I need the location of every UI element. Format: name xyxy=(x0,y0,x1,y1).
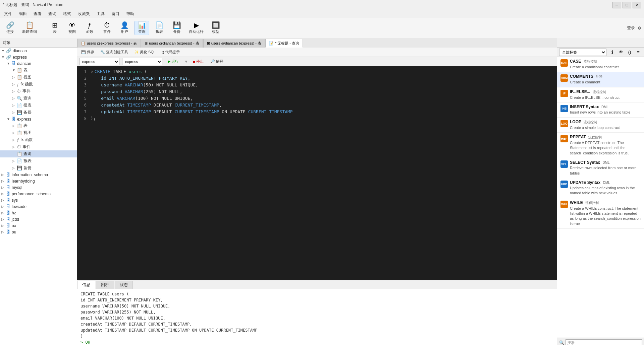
search-input[interactable] xyxy=(566,339,642,345)
menu-item-格式[interactable]: 格式 xyxy=(60,10,74,17)
tree-arrow: ▷ xyxy=(1,198,6,202)
run-button[interactable]: ▶ 运行 xyxy=(165,58,181,65)
snippet-item-WHILE[interactable]: WHI WHILE 流程控制 Create a WHILE construct.… xyxy=(557,198,644,229)
editor-area[interactable]: 1▽CREATE TABLE users (2 id INT AUTO_INCR… xyxy=(77,66,557,280)
snippet-item-LOOP[interactable]: LOO LOOP 流程控制 Create a simple loop const… xyxy=(557,118,644,133)
code-line: 7 updatedAt TIMESTAMP DEFAULT CURRENT_TI… xyxy=(77,109,557,115)
sidebar-item-fx 函数[interactable]: ▷ƒfx 函数 xyxy=(0,81,77,88)
sidebar-item-express[interactable]: ▼🔗express xyxy=(0,54,77,60)
sidebar-item-事件[interactable]: ▷⏱事件 xyxy=(0,143,77,150)
snippet-item-INSERT Syntax[interactable]: INS INSERT Syntax DML Insert new rows in… xyxy=(557,102,644,117)
save-button[interactable]: 💾 保存 xyxy=(79,49,96,55)
toolbar-icon-新建查询: 📋 xyxy=(25,22,34,28)
snippet-desc: Create a simple loop construct xyxy=(570,125,620,130)
info-icon[interactable]: ℹ xyxy=(608,49,616,56)
toolbar-item-备份[interactable]: 💾备份 xyxy=(169,21,184,35)
code-hint-button[interactable]: {} 代码提示 xyxy=(160,49,182,55)
sidebar-item-查询[interactable]: ▷🔍查询 xyxy=(0,95,77,102)
snippet-icon: UPD xyxy=(560,181,568,188)
toolbar-item-查询[interactable]: 📊查询 xyxy=(135,21,149,35)
eye-icon[interactable]: 👁 xyxy=(617,49,625,56)
sidebar-item-视图[interactable]: ▷📋视图 xyxy=(0,129,77,136)
stop-button[interactable]: ■ 停止 xyxy=(191,58,206,65)
maximize-button[interactable]: □ xyxy=(623,2,631,8)
sidebar-item-查询[interactable]: 📋查询 xyxy=(0,150,77,157)
sidebar-item-报表[interactable]: ▷📄报表 xyxy=(0,102,77,109)
beautify-button[interactable]: ✨ 美化 SQL xyxy=(132,49,158,55)
toolbar-item-函数[interactable]: ƒ函数 xyxy=(82,21,97,35)
sidebar-item-express[interactable]: ▼🗄express xyxy=(0,116,77,122)
toolbar-item-模型[interactable]: 🔲模型 xyxy=(208,21,223,35)
sidebar-item-diancan[interactable]: ▼🔗diancan xyxy=(0,48,77,54)
toolbar-item-事件[interactable]: ⏱事件 xyxy=(100,21,114,35)
db-select-2[interactable]: express xyxy=(122,58,162,65)
sidebar-item-表[interactable]: ▼📋表 xyxy=(0,67,77,74)
sidebar-item-备份[interactable]: ▷💾备份 xyxy=(0,164,77,171)
menu-item-收藏夹[interactable]: 收藏夹 xyxy=(75,10,93,17)
result-content: CREATE TABLE users ( id INT AUTO_INCREME… xyxy=(77,289,557,345)
menu-item-文件[interactable]: 文件 xyxy=(1,10,15,17)
sidebar-item-performance_schema[interactable]: ▷🗄performance_schema xyxy=(0,191,77,197)
login-label[interactable]: 登录 xyxy=(627,25,635,31)
toolbar-item-视图[interactable]: 👁视图 xyxy=(65,21,79,35)
sidebar-item-事件[interactable]: ▷⏱事件 xyxy=(0,88,77,95)
sidebar-item-oa[interactable]: ▷🗄oa xyxy=(0,222,77,229)
sidebar-item-information_schema[interactable]: ▷🗄information_schema xyxy=(0,171,77,178)
tab-users@diancan(expres[interactable]: ⊞users @diancan (express) - 表 xyxy=(141,39,203,48)
result-tab-信息[interactable]: 信息 xyxy=(77,281,95,289)
sidebar-item-learnbydoing[interactable]: ▷🗄learnbydoing xyxy=(0,178,77,184)
db-select-1[interactable]: express xyxy=(79,58,119,65)
toolbar-item-自动运行[interactable]: ▶自动运行 xyxy=(187,21,206,35)
object-tab[interactable]: 对象 xyxy=(0,38,77,48)
toolbar-item-连接[interactable]: 🔗连接 xyxy=(3,21,17,35)
list-icon[interactable]: ≡ xyxy=(635,49,642,56)
sidebar-item-mysql[interactable]: ▷🗄mysql xyxy=(0,184,77,191)
sidebar-item-ou[interactable]: ▷🗄ou xyxy=(0,229,77,235)
bracket-icon[interactable]: () xyxy=(626,49,633,56)
tab-*无标题-查询[interactable]: 📝* 无标题 - 查询 xyxy=(265,39,303,48)
toolbar-item-表[interactable]: ⊞表 xyxy=(47,21,62,35)
sidebar-item-sys[interactable]: ▷🗄sys xyxy=(0,197,77,203)
toolbar-item-报表[interactable]: 📄报表 xyxy=(152,21,167,35)
snippet-item-UPDATE Syntax[interactable]: UPD UPDATE Syntax DML Updates columns of… xyxy=(557,178,644,198)
result-tab-状态[interactable]: 状态 xyxy=(115,281,133,289)
minimize-button[interactable]: ─ xyxy=(612,2,621,8)
menu-item-窗口[interactable]: 窗口 xyxy=(109,10,122,17)
toolbar-item-用户[interactable]: 👤用户 xyxy=(117,21,132,35)
fold-icon[interactable]: ▽ xyxy=(91,69,93,74)
snippet-item-SELECT Syntax[interactable]: SEL SELECT Syntax DML Retrieve rows sele… xyxy=(557,158,644,178)
tab-users@diancan(expres[interactable]: ⊞users @diancan (express) - 表 xyxy=(203,39,265,48)
snippet-item-IF...ELSE...[interactable]: IF IF...ELSE... 流程控制 Create a IF...ELSE.… xyxy=(557,87,644,102)
sidebar-item-jcdd[interactable]: ▷🗄jcdd xyxy=(0,216,77,222)
menu-item-查看[interactable]: 查看 xyxy=(31,10,44,17)
explain-button[interactable]: 🔎 解释 xyxy=(208,58,225,65)
sidebar-item-报表[interactable]: ▷📄报表 xyxy=(0,157,77,164)
snippet-filter-select[interactable]: 全部标签 xyxy=(559,49,606,56)
result-line: password VARCHAR(255) NOT NULL, xyxy=(80,309,553,315)
menu-item-查询[interactable]: 查询 xyxy=(46,10,59,17)
toolbar-item-新建查询[interactable]: 📋新建查询 xyxy=(20,21,39,35)
snippet-item-REPEAT[interactable]: REP REPEAT 流程控制 Create A REPEAT construc… xyxy=(557,133,644,158)
sidebar-item-视图[interactable]: ▷📋视图 xyxy=(0,74,77,81)
snippet-title: LOOP xyxy=(570,120,581,124)
result-tab-剖析[interactable]: 剖析 xyxy=(96,281,114,289)
sidebar-item-fx 函数[interactable]: ▷ƒfx 函数 xyxy=(0,136,77,143)
line-content: updatedAt TIMESTAMP DEFAULT CURRENT_TIME… xyxy=(89,109,557,115)
tab-users@express(expres[interactable]: 📋users @express (express) - 表 xyxy=(77,39,141,48)
snippet-item-CASE[interactable]: CAS CASE 流程控制 Create a conditional const… xyxy=(557,57,644,72)
menu-item-编辑[interactable]: 编辑 xyxy=(16,10,30,17)
close-button[interactable]: ✕ xyxy=(633,2,641,8)
snippet-tag: DML xyxy=(602,161,609,164)
menu-item-工具[interactable]: 工具 xyxy=(94,10,107,17)
menu-item-帮助[interactable]: 帮助 xyxy=(123,10,137,17)
toolbar-icon-视图: 👁 xyxy=(69,22,75,28)
sidebar-item-diancan[interactable]: ▼🗄diancan xyxy=(0,60,77,67)
sidebar-item-lowcode[interactable]: ▷🗄lowcode xyxy=(0,203,77,210)
sidebar-item-表[interactable]: ▷📋表 xyxy=(0,122,77,129)
search-icon: 🔍 xyxy=(559,340,564,345)
snippet-item-COMMENTS[interactable]: COM COMMENTS 注释 Create a comment xyxy=(557,72,644,87)
sidebar-item-hz[interactable]: ▷🗄hz xyxy=(0,210,77,216)
sidebar-item-备份[interactable]: ▷💾备份 xyxy=(0,109,77,116)
query-builder-button[interactable]: 🔧 查询创建工具 xyxy=(98,49,130,55)
settings-icon[interactable]: ⚙ xyxy=(638,26,641,30)
